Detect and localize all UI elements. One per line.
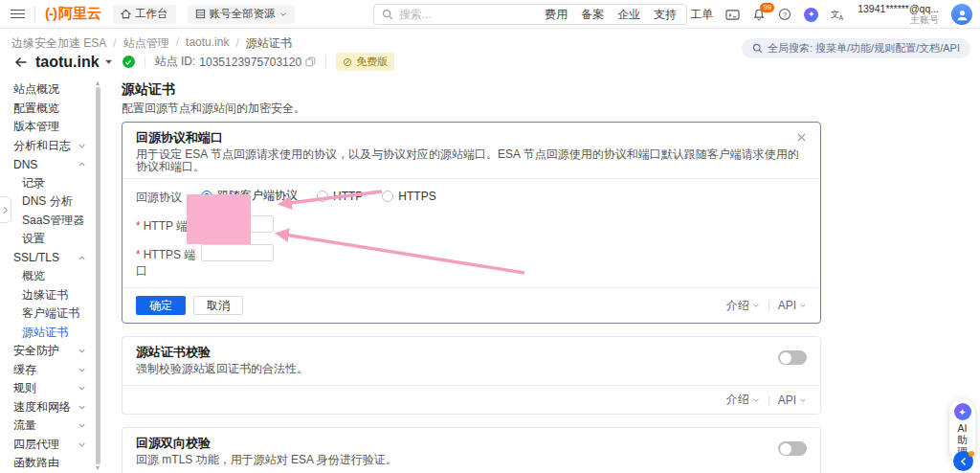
intro-link[interactable]: 介绍 bbox=[726, 392, 760, 408]
cloudshell-icon[interactable] bbox=[725, 9, 740, 21]
account-resources-button[interactable]: 账号全部资源 bbox=[188, 5, 295, 24]
sidebar-scrollbar[interactable] bbox=[96, 80, 100, 471]
sidebar-item[interactable]: 流量 bbox=[0, 417, 94, 436]
breadcrumb: 边缘安全加速 ESA站点管理taotu.ink源站证书 bbox=[11, 35, 292, 52]
radio-option-label: 跟随客户端协议 bbox=[217, 188, 298, 204]
chevron-down-icon bbox=[78, 421, 86, 430]
sidebar-item[interactable]: 函数路由 bbox=[0, 454, 94, 473]
sidebar-item[interactable]: DNS bbox=[0, 155, 94, 174]
card-origin-protocol: 回源协议和端口 用于设定 ESA 节点回源请求使用的协议，以及与协议对应的源站端… bbox=[122, 122, 821, 324]
account-resources-label: 账号全部资源 bbox=[210, 7, 276, 21]
cancel-button[interactable]: 取消 bbox=[193, 296, 243, 315]
sidebar-item[interactable]: SSL/TLS bbox=[0, 249, 94, 268]
copilot-icon[interactable]: ✦ bbox=[804, 8, 818, 22]
protocol-radio-option[interactable]: 跟随客户端协议 bbox=[201, 188, 298, 204]
topbar-link[interactable]: 工单 bbox=[690, 7, 713, 23]
sidebar-item[interactable]: 站点概况 bbox=[0, 80, 94, 100]
confirm-button[interactable]: 确定 bbox=[136, 296, 186, 315]
chevron-down-icon bbox=[78, 142, 86, 150]
sidebar-item[interactable]: 版本管理 bbox=[0, 118, 94, 137]
protocol-radio-option[interactable]: HTTP bbox=[317, 190, 363, 203]
topbar-link[interactable]: 支持 bbox=[654, 7, 677, 23]
https-port-label: HTTPS 端口 bbox=[136, 244, 201, 280]
sidebar-item[interactable]: 记录 bbox=[0, 174, 94, 193]
https-port-input[interactable] bbox=[201, 244, 274, 261]
sidebar-item[interactable]: SaaS管理器 bbox=[0, 212, 94, 231]
topbar: (-) 阿里云 工作台 账号全部资源 费用备案企业支持工单 99 ? ✦ 文A … bbox=[0, 0, 980, 29]
breadcrumb-item[interactable]: 站点管理 bbox=[106, 35, 168, 52]
back-arrow-icon[interactable] bbox=[12, 55, 28, 70]
close-icon[interactable] bbox=[796, 132, 807, 143]
chevron-down-icon bbox=[279, 11, 287, 18]
radio-selected-icon bbox=[201, 191, 212, 202]
help-icon[interactable]: ? bbox=[778, 8, 791, 21]
sidebar-item[interactable]: 客户端证书 bbox=[0, 304, 94, 324]
main-content: 源站证书 配置回源节点和源站间的加密安全。 回源协议和端口 用于设定 ESA 节… bbox=[122, 79, 821, 473]
header-divider bbox=[325, 56, 326, 68]
sidebar-item[interactable]: 速度和网络 bbox=[0, 398, 94, 417]
hamburger-menu-icon[interactable] bbox=[11, 7, 25, 21]
sidebar-item-label: 边缘证书 bbox=[22, 287, 86, 304]
radio-option-label: HTTPS bbox=[398, 190, 435, 203]
intro-link[interactable]: 介绍 bbox=[726, 298, 760, 314]
avatar[interactable] bbox=[951, 4, 972, 25]
aliyun-logo[interactable]: (-) 阿里云 bbox=[45, 5, 101, 23]
sidebar-item-label: 记录 bbox=[22, 175, 86, 191]
notification-bell-icon[interactable]: 99 bbox=[752, 8, 766, 22]
account-type: 主账号 bbox=[858, 14, 939, 26]
card-title: 回源双向校验 bbox=[136, 436, 778, 450]
chevron-down-icon bbox=[78, 440, 86, 449]
mtls-toggle[interactable] bbox=[778, 441, 807, 456]
sidebar-item[interactable]: 分析和日志 bbox=[0, 137, 94, 156]
protocol-radio-option[interactable]: HTTPS bbox=[382, 190, 435, 203]
panel-collapse-button[interactable] bbox=[953, 451, 973, 471]
site-switcher-caret-icon[interactable] bbox=[104, 58, 113, 65]
page-subtitle: 配置回源节点和源站间的加密安全。 bbox=[122, 102, 821, 115]
api-link[interactable]: API bbox=[778, 394, 807, 407]
topbar-link[interactable]: 备案 bbox=[581, 7, 604, 23]
breadcrumb-item[interactable]: 边缘安全加速 ESA bbox=[11, 35, 106, 52]
chevron-down-icon bbox=[799, 396, 807, 404]
http-port-input[interactable] bbox=[201, 215, 274, 233]
topbar-link[interactable]: 企业 bbox=[617, 7, 640, 23]
sidebar-item[interactable]: 缓存 bbox=[0, 361, 94, 380]
sidebar-item-label: 配置概览 bbox=[13, 101, 86, 117]
sidebar-item[interactable]: 设置 bbox=[0, 230, 94, 249]
plan-badge[interactable]: 免费版 bbox=[336, 53, 394, 71]
sidebar-item[interactable]: 配置概览 bbox=[0, 100, 94, 119]
workspace-label: 工作台 bbox=[135, 7, 168, 21]
sidebar-item-label: 规则 bbox=[13, 380, 78, 396]
sidebar-item[interactable]: DNS 分析 bbox=[0, 192, 94, 212]
api-link[interactable]: API bbox=[778, 299, 807, 312]
cert-verification-toggle[interactable] bbox=[778, 350, 807, 365]
footer-divider bbox=[768, 395, 769, 405]
sidebar-item[interactable]: 边缘证书 bbox=[0, 286, 94, 305]
sidebar-item[interactable]: 四层代理 bbox=[0, 436, 94, 455]
sidebar-collapse-handle[interactable] bbox=[0, 196, 11, 223]
workspace-button[interactable]: 工作台 bbox=[113, 5, 176, 24]
protocol-label: 回源协议 bbox=[136, 187, 201, 206]
sidebar-item[interactable]: 规则 bbox=[0, 379, 94, 398]
sidebar-item[interactable]: 概览 bbox=[0, 267, 94, 286]
sidebar-item-label: 站点概况 bbox=[13, 81, 86, 98]
topbar-links: 费用备案企业支持工单 bbox=[545, 7, 713, 23]
card-title: 回源协议和端口 bbox=[136, 130, 223, 145]
radio-option-label: HTTP bbox=[333, 190, 363, 203]
language-icon[interactable]: 文A bbox=[831, 8, 845, 22]
topbar-link[interactable]: 费用 bbox=[545, 7, 568, 23]
copy-icon[interactable] bbox=[305, 56, 316, 67]
chevron-down-icon bbox=[752, 302, 760, 309]
site-id: 站点 ID: 1035123975703120 bbox=[155, 54, 316, 70]
sidebar-item-label: 设置 bbox=[22, 231, 86, 247]
site-name[interactable]: taotu.ink bbox=[35, 54, 100, 71]
breadcrumb-item: 源站证书 bbox=[229, 35, 291, 52]
card-description: 用于设定 ESA 节点回源请求使用的协议，以及与协议对应的源站端口。ESA 节点… bbox=[122, 145, 820, 178]
sidebar-item-label: 缓存 bbox=[13, 362, 78, 378]
breadcrumb-item[interactable]: taotu.ink bbox=[169, 35, 230, 52]
chevron-down-icon bbox=[752, 396, 760, 404]
sidebar-item[interactable]: 安全防护 bbox=[0, 342, 94, 361]
search-icon bbox=[752, 43, 763, 54]
account-menu[interactable]: 13941******@qq... 主账号 bbox=[858, 3, 939, 26]
global-search-button[interactable]: 全局搜索: 搜菜单/功能/规则配置/文档/API bbox=[742, 38, 970, 58]
sidebar-item[interactable]: 源站证书 bbox=[0, 324, 94, 343]
